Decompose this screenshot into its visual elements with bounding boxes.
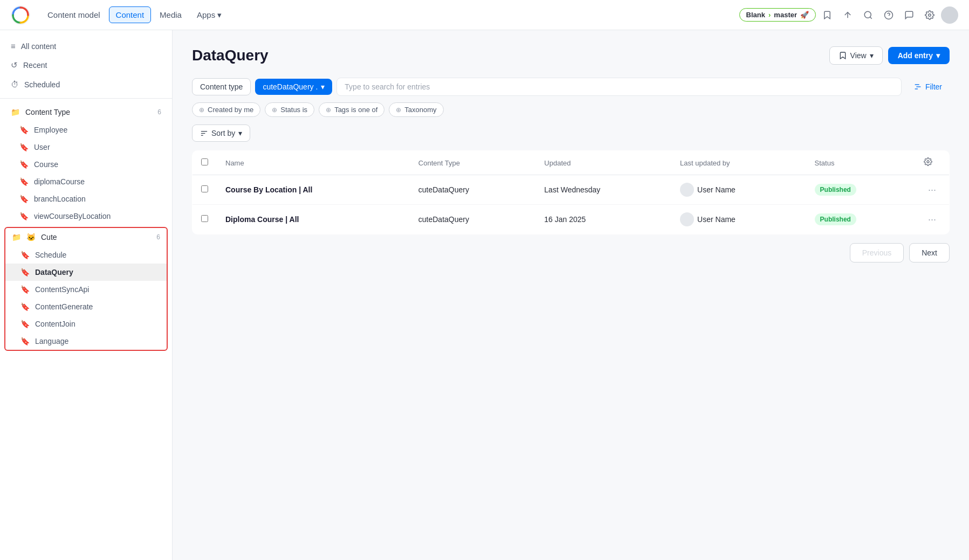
filter-chip-tags[interactable]: ⊕ Tags is one of — [319, 102, 384, 117]
settings-nav-icon[interactable] — [920, 6, 939, 24]
sidebar-contentjoin-label: ContentJoin — [35, 320, 75, 328]
chip-plus-icon-1: ⊕ — [272, 106, 277, 114]
filter-chip-label-1: Status is — [280, 106, 307, 114]
previous-button[interactable]: Previous — [850, 243, 904, 262]
sidebar-content-type-count: 6 — [157, 108, 161, 116]
content-type-label[interactable]: Content type — [192, 78, 251, 95]
col-name: Name — [217, 151, 410, 175]
help-nav-icon[interactable] — [879, 6, 898, 24]
sidebar-group-content-type-header[interactable]: 📁 Content Type 6 — [0, 103, 172, 121]
table-header-row: Name Content Type Updated Last updated b… — [193, 151, 950, 175]
content-type-chevron-icon: ▾ — [321, 82, 325, 91]
app-logo[interactable] — [11, 5, 30, 25]
cute-emoji-icon: 🐱 — [26, 233, 36, 241]
nav-links: Content model Content Media Apps ▾ — [41, 6, 739, 23]
nav-media[interactable]: Media — [153, 7, 188, 23]
row2-more-button[interactable]: ··· — [924, 213, 940, 226]
filter-icon — [913, 82, 922, 91]
search-nav-icon[interactable] — [859, 6, 877, 24]
sidebar-item-language[interactable]: 🔖 Language — [5, 333, 167, 350]
row2-entry-name[interactable]: Diploma Course | All — [225, 215, 299, 224]
row1-more-cell: ··· — [915, 175, 950, 205]
sidebar-item-all-content[interactable]: ≡ All content — [0, 37, 172, 56]
table-settings-gear-icon[interactable] — [924, 157, 932, 168]
filter-chip-created-by-me[interactable]: ⊕ Created by me — [192, 102, 260, 117]
sidebar-item-course[interactable]: 🔖 Course — [0, 156, 172, 173]
row1-checkbox[interactable] — [201, 185, 208, 192]
sidebar-group-cute-header[interactable]: 📁 🐱 Cute 6 — [5, 228, 167, 246]
svg-point-0 — [11, 6, 30, 24]
sort-chevron-icon: ▾ — [238, 129, 242, 137]
row1-status-cell: Published — [806, 175, 915, 205]
svg-point-6 — [929, 13, 931, 16]
view-button[interactable]: View ▾ — [829, 46, 883, 65]
topnav-right-section: Blank › master 🚀 — [739, 6, 958, 24]
select-all-checkbox[interactable] — [201, 158, 208, 165]
sidebar-course-label: Course — [34, 160, 58, 169]
row1-entry-name[interactable]: Course By Location | All — [225, 185, 312, 194]
folder-cute-icon: 📁 — [12, 233, 21, 241]
sidebar-group-cute: 📁 🐱 Cute 6 🔖 Schedule 🔖 DataQuery — [4, 227, 168, 351]
sort-button[interactable]: Sort by ▾ — [192, 125, 250, 142]
bookmark-branchlocation-icon: 🔖 — [19, 195, 29, 203]
bookmark-nav-icon[interactable] — [818, 6, 836, 24]
sidebar-item-viewcoursebylocation[interactable]: 🔖 viewCourseByLocation — [0, 208, 172, 225]
row2-updated-cell: 16 Jan 2025 — [535, 205, 671, 234]
bookmark-employee-icon: 🔖 — [19, 126, 29, 134]
upload-nav-icon[interactable] — [839, 6, 857, 24]
row2-updated: 16 Jan 2025 — [544, 215, 586, 224]
nav-content[interactable]: Content — [109, 6, 152, 23]
sidebar-item-contentjoin[interactable]: 🔖 ContentJoin — [5, 315, 167, 333]
sidebar-contentsyncapi-label: ContentSyncApi — [35, 285, 89, 294]
dropdown-chevron-icon: ▾ — [217, 10, 222, 20]
sidebar-item-schedule[interactable]: 🔖 Schedule — [5, 246, 167, 264]
filter-chip-taxonomy[interactable]: ⊕ Taxonomy — [389, 102, 443, 117]
sidebar-divider — [0, 98, 172, 99]
row1-checkbox-cell — [193, 175, 217, 205]
row1-updated-cell: Last Wednesday — [535, 175, 671, 205]
search-input[interactable] — [336, 78, 902, 96]
sidebar-branchlocation-label: branchLocation — [34, 195, 86, 203]
sort-bar: Sort by ▾ — [192, 125, 950, 142]
bookmark-user-icon: 🔖 — [19, 143, 29, 151]
sidebar-item-employee[interactable]: 🔖 Employee — [0, 121, 172, 139]
filter-chip-status-is[interactable]: ⊕ Status is — [265, 102, 314, 117]
col-last-updated-by: Last updated by — [671, 151, 806, 175]
nav-content-model[interactable]: Content model — [41, 7, 107, 23]
view-label: View — [850, 51, 867, 60]
sidebar-item-recent[interactable]: ↺ Recent — [0, 56, 172, 75]
content-type-select[interactable]: cuteDataQuery . ▾ — [255, 79, 332, 95]
sidebar-recent-label: Recent — [23, 61, 47, 70]
page-header: DataQuery View ▾ Add entry ▾ — [192, 46, 950, 65]
bookmark-schedule-icon: 🔖 — [20, 251, 30, 259]
row2-status-badge: Published — [815, 213, 856, 225]
user-avatar[interactable] — [941, 6, 958, 24]
next-button[interactable]: Next — [909, 243, 950, 262]
nav-apps[interactable]: Apps ▾ — [190, 7, 228, 23]
sidebar-item-user[interactable]: 🔖 User — [0, 139, 172, 156]
filter-label: Filter — [925, 82, 942, 91]
sidebar-item-branchlocation[interactable]: 🔖 branchLocation — [0, 190, 172, 208]
row1-more-button[interactable]: ··· — [924, 183, 940, 197]
chat-nav-icon[interactable] — [900, 6, 918, 24]
chip-plus-icon-3: ⊕ — [396, 106, 401, 114]
sidebar-item-scheduled[interactable]: ⏱ Scheduled — [0, 75, 172, 94]
header-actions: View ▾ Add entry ▾ — [829, 46, 950, 65]
col-updated: Updated — [535, 151, 671, 175]
sidebar-item-contentsyncapi[interactable]: 🔖 ContentSyncApi — [5, 281, 167, 298]
row1-user-name: User Name — [697, 185, 736, 194]
add-entry-button[interactable]: Add entry ▾ — [888, 47, 950, 64]
row1-name-cell: Course By Location | All — [217, 175, 410, 205]
main-content: DataQuery View ▾ Add entry ▾ Content typ… — [173, 30, 969, 560]
chip-plus-icon-2: ⊕ — [326, 106, 331, 114]
sidebar-item-diplomacourse[interactable]: 🔖 diplomaCourse — [0, 173, 172, 190]
row2-checkbox[interactable] — [201, 215, 208, 222]
view-icon — [839, 51, 847, 60]
sidebar-item-dataquery[interactable]: 🔖 DataQuery — [5, 264, 167, 281]
row1-content-type: cuteDataQuery — [418, 185, 469, 194]
row1-updated-by-cell: User Name — [671, 175, 806, 205]
search-input-wrapper — [336, 78, 902, 96]
filter-button[interactable]: Filter — [906, 79, 950, 95]
sidebar-item-contentgenerate[interactable]: 🔖 ContentGenerate — [5, 298, 167, 315]
environment-badge[interactable]: Blank › master 🚀 — [739, 8, 816, 22]
